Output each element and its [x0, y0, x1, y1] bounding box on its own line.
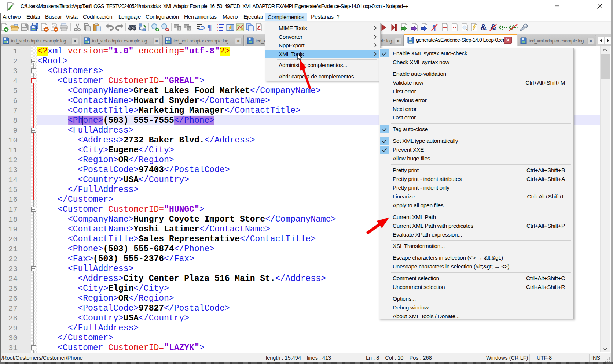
svg-text:¶: ¶: [207, 23, 212, 32]
svg-text:&: &: [480, 23, 487, 32]
